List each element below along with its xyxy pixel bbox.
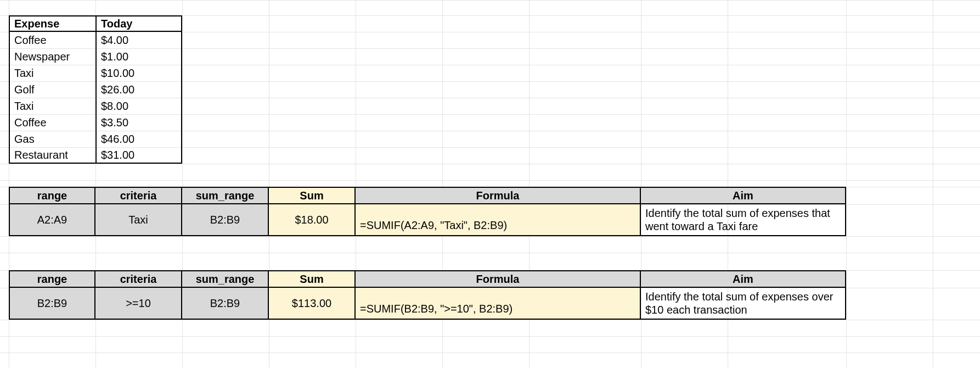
formula1-sum[interactable]: $18.00	[269, 204, 356, 236]
formula1-sumrange[interactable]: B2:B9	[182, 204, 269, 236]
formula2-formula[interactable]: =SUMIF(B2:B9, ">=10", B2:B9)	[356, 288, 641, 320]
table-cell[interactable]: $1.00	[95, 48, 182, 65]
formula2-header-aim[interactable]: Aim	[641, 270, 846, 288]
formula2-aim[interactable]: Identify the total sum of expenses over …	[641, 288, 846, 320]
formula2-header-criteria[interactable]: criteria	[95, 270, 182, 288]
formula2-criteria[interactable]: >=10	[95, 288, 182, 320]
formula1-header-aim[interactable]: Aim	[641, 187, 846, 204]
table-cell[interactable]: $31.00	[95, 147, 182, 164]
table-cell[interactable]: Gas	[9, 131, 95, 147]
formula2-sum[interactable]: $113.00	[269, 288, 356, 320]
table-cell[interactable]: $26.00	[95, 81, 182, 98]
table-cell[interactable]: Newspaper	[9, 48, 95, 65]
expense-header-today[interactable]: Today	[95, 15, 182, 32]
formula1-aim[interactable]: Identify the total sum of expenses that …	[641, 204, 846, 236]
formula2-header-sumrange[interactable]: sum_range	[182, 270, 269, 288]
table-cell[interactable]: Taxi	[9, 65, 95, 81]
formula1-header-criteria[interactable]: criteria	[95, 187, 182, 204]
table-cell[interactable]: $3.50	[95, 114, 182, 131]
formula1-range[interactable]: A2:A9	[9, 204, 95, 236]
table-cell[interactable]: Taxi	[9, 98, 95, 114]
table-cell[interactable]: $46.00	[95, 131, 182, 147]
table-cell[interactable]: $8.00	[95, 98, 182, 114]
formula2-sumrange[interactable]: B2:B9	[182, 288, 269, 320]
table-cell[interactable]: $10.00	[95, 65, 182, 81]
formula1-header-range[interactable]: range	[9, 187, 95, 204]
table-cell[interactable]: Golf	[9, 81, 95, 98]
spreadsheet-grid[interactable]: Expense Today Coffee $4.00 Newspaper $1.…	[0, 0, 980, 368]
formula1-header-sumrange[interactable]: sum_range	[182, 187, 269, 204]
formula1-formula[interactable]: =SUMIF(A2:A9, "Taxi", B2:B9)	[356, 204, 641, 236]
table-cell[interactable]: Coffee	[9, 32, 95, 48]
formula1-header-formula[interactable]: Formula	[356, 187, 641, 204]
expense-header-expense[interactable]: Expense	[9, 15, 95, 32]
table-cell[interactable]: $4.00	[95, 32, 182, 48]
table-cell[interactable]: Restaurant	[9, 147, 95, 164]
formula1-criteria[interactable]: Taxi	[95, 204, 182, 236]
formula1-header-sum[interactable]: Sum	[269, 187, 356, 204]
table-cell[interactable]: Coffee	[9, 114, 95, 131]
formula2-header-formula[interactable]: Formula	[356, 270, 641, 288]
formula2-range[interactable]: B2:B9	[9, 288, 95, 320]
formula2-header-sum[interactable]: Sum	[269, 270, 356, 288]
formula2-header-range[interactable]: range	[9, 270, 95, 288]
